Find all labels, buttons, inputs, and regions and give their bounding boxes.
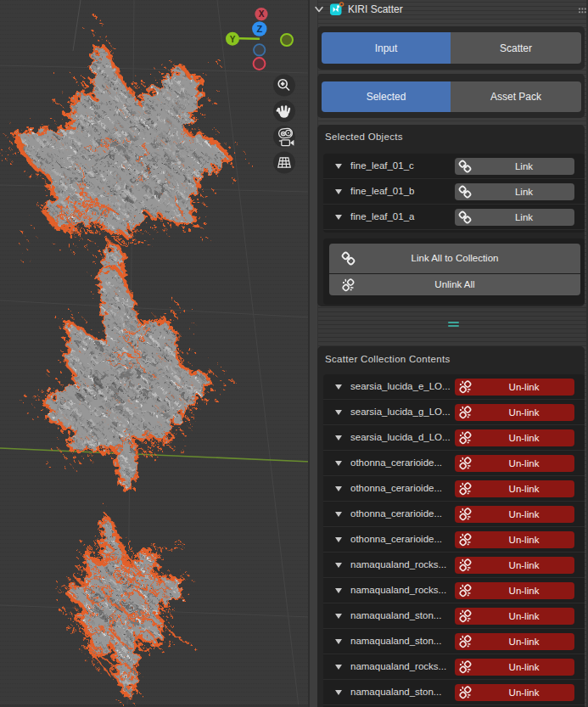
svg-text:X: X	[259, 9, 265, 19]
svg-text:Y: Y	[230, 35, 236, 44]
svg-text:Z: Z	[256, 24, 262, 34]
